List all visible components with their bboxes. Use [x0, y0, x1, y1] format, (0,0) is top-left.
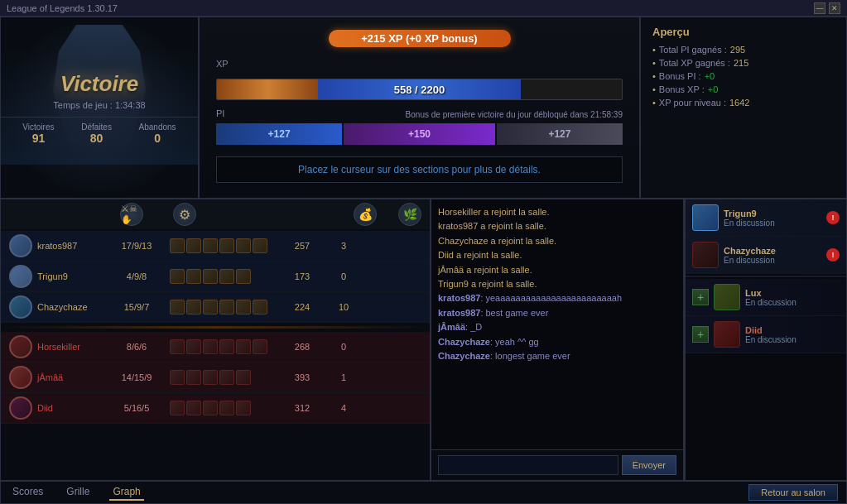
friend-info: Lux En discussion — [745, 288, 840, 307]
scoreboard: ⚔☠✋ ⚙ 💰 🌿 kratos987 17/9/ — [1, 199, 431, 480]
player-gold: 173 — [277, 271, 327, 281]
player-gold: 312 — [277, 403, 327, 413]
champion-icon — [9, 265, 32, 288]
champion-icon — [9, 366, 32, 389]
avatar — [714, 321, 740, 348]
defeats-value: 80 — [81, 132, 112, 145]
table-row: kratos987 17/9/13 257 3 — [1, 231, 430, 262]
tab-graph[interactable]: Graph — [109, 484, 143, 501]
table-row: Trigun9 4/9/8 173 0 — [1, 262, 430, 292]
list-item: jÂmâä: _D — [438, 321, 676, 334]
victories-label: Victoires — [22, 122, 54, 132]
friend-info: Chazychaze En discussion — [724, 246, 821, 265]
table-row: Horsekiller 8/6/6 268 0 — [1, 332, 430, 362]
apercu-row-2: • Bonus PI : +0 — [652, 71, 835, 81]
friends-panel: Trigun9 En discussion ! Chazychaze En di… — [685, 199, 846, 480]
pi-label: PI — [216, 108, 224, 118]
player-kda: 4/9/8 — [103, 271, 170, 281]
top-section: Victoire Temps de jeu : 1:34:38 Victoire… — [1, 17, 846, 199]
friend-status: En discussion — [724, 218, 821, 228]
item-icon — [203, 269, 218, 284]
friends-divider — [686, 276, 846, 277]
title-bar: League of Legends 1.30.17 — ✕ — [0, 0, 847, 17]
gold-header-icon: 💰 — [354, 203, 377, 226]
player-items — [170, 238, 277, 253]
item-icon — [170, 370, 185, 385]
abandons-label: Abandons — [139, 122, 176, 132]
apercu-panel: Aperçu • Total PI gagnés : 295 • Total X… — [639, 17, 846, 198]
player-kda: 17/9/13 — [103, 241, 170, 251]
item-icon — [170, 238, 185, 253]
item-icon — [186, 300, 201, 314]
pi-bars: +127 +150 +127 — [216, 123, 623, 145]
main-container: Victoire Temps de jeu : 1:34:38 Victoire… — [0, 17, 847, 504]
pi-header: PI Bonus de première victoire du jour dé… — [216, 108, 623, 120]
list-item: Trigun9 a rejoint la salle. — [438, 278, 676, 290]
tab-scores[interactable]: Scores — [9, 484, 46, 501]
close-button[interactable]: ✕ — [829, 2, 840, 14]
item-icon — [253, 238, 267, 253]
table-row: Diid 5/16/5 312 4 — [1, 393, 430, 424]
victory-title: Victoire — [1, 71, 198, 97]
friend-status: En discussion — [724, 256, 821, 265]
player-gold: 268 — [277, 342, 327, 352]
friend-item-chazychaze[interactable]: Chazychaze En discussion ! — [686, 237, 846, 274]
player-name: Horsekiller — [37, 342, 103, 352]
return-button[interactable]: Retour au salon — [748, 484, 838, 501]
list-item: Horsekiller a rejoint la salle. — [438, 206, 676, 218]
pi-bar-2: +150 — [344, 123, 495, 145]
add-friend-button[interactable]: + — [692, 326, 709, 343]
friend-item-diid[interactable]: + Diid En discussion — [686, 316, 846, 353]
xp-panel: +215 XP (+0 XP bonus) XP 558 / 2200 PI B… — [200, 17, 639, 198]
friend-item-lux[interactable]: + Lux En discussion — [686, 279, 846, 316]
kda-header-icon: ⚔☠✋ — [120, 203, 143, 226]
victory-panel: Victoire Temps de jeu : 1:34:38 Victoire… — [1, 17, 200, 198]
bottom-bar: Scores Grille Graph Retour au salon — [1, 480, 846, 503]
player-name: jÂmâä — [37, 372, 103, 382]
player-name: Trigun9 — [37, 271, 103, 281]
defeats-stat: Défaites 80 — [81, 122, 112, 145]
friend-item-trigun9[interactable]: Trigun9 En discussion ! — [686, 199, 846, 237]
bottom-tabs: Scores Grille Graph — [9, 484, 144, 501]
item-icon — [219, 300, 234, 314]
item-icon — [236, 339, 251, 354]
item-icon — [219, 401, 234, 415]
blue-team-section: kratos987 17/9/13 257 3 Trigun9 — [1, 229, 430, 324]
player-name: Diid — [37, 403, 103, 413]
tab-grille[interactable]: Grille — [63, 484, 93, 501]
xp-label: XP — [216, 59, 623, 69]
red-team-section: Horsekiller 8/6/6 268 0 jÂmâä — [1, 330, 430, 425]
player-items — [170, 401, 277, 415]
pi-bar-1: +127 — [216, 123, 342, 145]
player-cs: 3 — [327, 241, 360, 251]
stats-row: Victoires 91 Défaites 80 Abandons 0 — [1, 117, 198, 145]
chat-input[interactable] — [438, 455, 618, 475]
item-icon — [170, 300, 185, 314]
friend-name: Lux — [745, 288, 840, 298]
list-item: Chazychaze: longest game ever — [438, 350, 676, 362]
send-button[interactable]: Envoyer — [622, 455, 676, 475]
bottom-section: ⚔☠✋ ⚙ 💰 🌿 kratos987 17/9/ — [1, 199, 846, 480]
item-icon — [186, 238, 201, 253]
item-icon — [203, 370, 218, 385]
add-friend-button[interactable]: + — [692, 289, 709, 305]
player-gold: 393 — [277, 372, 327, 382]
window-controls: — ✕ — [814, 2, 840, 14]
avatar — [714, 284, 740, 310]
player-kda: 8/6/6 — [103, 342, 170, 352]
friend-status: En discussion — [745, 298, 840, 307]
friend-info: Trigun9 En discussion — [724, 209, 821, 228]
abandons-stat: Abandons 0 — [139, 122, 176, 145]
list-item: kratos987: best game ever — [438, 307, 676, 319]
cs-header-icon: 🌿 — [398, 203, 421, 226]
item-icon — [253, 300, 267, 314]
minimize-button[interactable]: — — [814, 2, 825, 14]
victory-text-overlay: Victoire Temps de jeu : 1:34:38 Victoire… — [1, 71, 198, 145]
item-icon — [219, 269, 234, 284]
list-item: Diid a rejoint la salle. — [438, 249, 676, 262]
list-item: kratos987: yeaaaaaaaaaaaaaaaaaaaaaaaah — [438, 292, 676, 305]
pi-bar-3: +127 — [497, 123, 623, 145]
item-icon — [236, 238, 251, 253]
item-icon — [219, 370, 234, 385]
item-icon — [186, 370, 201, 385]
